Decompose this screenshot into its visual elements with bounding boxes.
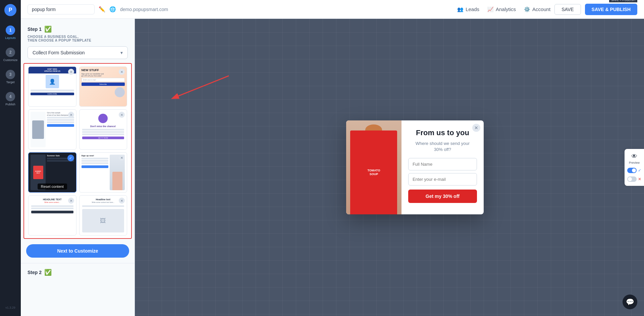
goal-dropdown[interactable]: Collect Form Submission ▾ bbox=[28, 46, 128, 59]
logo-letter: P bbox=[9, 7, 12, 13]
nav-links: 👥 Leads 📈 Analytics ⚙️ Account bbox=[457, 6, 550, 12]
dropdown-arrow-icon: ▾ bbox=[120, 50, 123, 55]
analytics-link[interactable]: 📈 Analytics bbox=[487, 6, 516, 12]
template-close-icon-7[interactable]: ✕ bbox=[68, 198, 74, 204]
step-2-circle: 2 bbox=[6, 48, 15, 57]
topbar: ✏️ 🌐 demo.popupsmart.com 👥 Leads 📈 Analy… bbox=[21, 0, 644, 19]
template-card-signup[interactable]: ✕ Sign up now! bbox=[79, 152, 127, 193]
template-close-icon-4[interactable]: ✕ bbox=[119, 112, 125, 118]
sidebar-item-layouts[interactable]: 1 Layouts bbox=[0, 23, 21, 42]
step-3-circle: 3 bbox=[6, 70, 15, 79]
template-card-pink[interactable]: ✕ NEW STUFF Sign up for our newsletter a… bbox=[79, 66, 127, 107]
preview-label: Preview bbox=[629, 161, 640, 164]
content-area: Step 1 ✅ CHOOSE A BUSINESS GOAL, THEN CH… bbox=[21, 19, 644, 316]
chat-icon: 💬 bbox=[626, 298, 634, 306]
toggle-1[interactable] bbox=[627, 168, 637, 173]
leads-link[interactable]: 👥 Leads bbox=[457, 6, 479, 12]
chat-widget-button[interactable]: 💬 bbox=[623, 295, 637, 309]
left-sidebar: P 1 Layouts 2 Customize 3 Target 4 Publi… bbox=[0, 0, 21, 316]
account-label: Account bbox=[532, 6, 550, 12]
logo-button[interactable]: P bbox=[4, 4, 16, 16]
toggle-2[interactable] bbox=[627, 176, 637, 182]
template-close-icon-2[interactable]: ✕ bbox=[119, 69, 125, 75]
popup-subtitle: Where should we send your30% off? bbox=[408, 141, 477, 153]
sidebar-item-customize[interactable]: 2 Customize bbox=[0, 45, 21, 64]
analytics-label: Analytics bbox=[496, 6, 516, 12]
template-close-icon-8[interactable]: ✕ bbox=[119, 198, 125, 204]
popup-modal: TOMATOSOUP ✕ From us to you Where should… bbox=[346, 120, 484, 214]
save-publish-wrapper: SAVE = PUBLISH SAVE & PUBLISH bbox=[585, 4, 637, 15]
toggle-row-1: ✓ bbox=[627, 168, 641, 173]
svg-line-1 bbox=[178, 76, 229, 96]
template-card-purple[interactable]: ✕ Don't miss the chance! GET IT NOW bbox=[79, 109, 127, 150]
popup-figure: TOMATOSOUP bbox=[350, 130, 397, 214]
template-card-headline-image[interactable]: ✕ Headline text Write some context text … bbox=[79, 195, 127, 235]
account-icon: ⚙️ bbox=[524, 6, 530, 12]
step2-title: Step 2 bbox=[28, 270, 42, 275]
popup-title: From us to you bbox=[408, 128, 477, 137]
goal-dropdown-value: Collect Form Submission bbox=[33, 50, 85, 55]
account-link[interactable]: ⚙️ Account bbox=[524, 6, 550, 12]
domain-text: demo.popupsmart.com bbox=[120, 7, 168, 12]
step2-check-icon: ✅ bbox=[44, 269, 52, 276]
step1-title: Step 1 bbox=[28, 27, 42, 32]
save-publish-button[interactable]: SAVE & PUBLISH bbox=[585, 4, 637, 15]
save-button[interactable]: SAVE bbox=[554, 4, 581, 15]
popup-fullname-input[interactable] bbox=[408, 158, 477, 170]
step1-subtitle: CHOOSE A BUSINESS GOAL, THEN CHOOSE A PO… bbox=[28, 35, 128, 42]
step-4-label: Publish bbox=[5, 103, 15, 106]
step-1-label: Layouts bbox=[5, 36, 16, 40]
sidebar-item-publish[interactable]: 4 Publish bbox=[0, 89, 21, 109]
version-label: v1.3.29 bbox=[5, 306, 15, 312]
globe-icon: 🌐 bbox=[109, 6, 116, 12]
x-icon: ✕ bbox=[638, 177, 641, 181]
template-close-icon-3[interactable]: ✕ bbox=[68, 112, 74, 118]
toggle-1-thumb bbox=[632, 168, 636, 172]
template-card-newsletter[interactable]: ✕ DON'T MISSUPDATES FROM US 👤 SUBSCRIBE bbox=[28, 66, 76, 107]
popup-email-input[interactable] bbox=[408, 173, 477, 186]
popup-close-button[interactable]: ✕ bbox=[472, 124, 480, 132]
popup-name-input[interactable] bbox=[28, 4, 95, 14]
step-2-label: Customize bbox=[3, 58, 18, 62]
leads-label: Leads bbox=[466, 6, 479, 12]
template-grid: ✕ DON'T MISSUPDATES FROM US 👤 SUBSCRIBE … bbox=[23, 63, 132, 239]
main-panel: ✏️ 🌐 demo.popupsmart.com 👥 Leads 📈 Analy… bbox=[21, 0, 644, 316]
eye-icon: 👁 bbox=[631, 153, 637, 160]
edit-icon[interactable]: ✏️ bbox=[99, 6, 105, 12]
template-card-dark[interactable]: ✓ Reset content SUMMERSALE Summer Sale bbox=[28, 152, 76, 193]
preview-panel: 👁 Preview ✓ ✕ bbox=[625, 149, 644, 186]
canvas: TOMATOSOUP ✕ From us to you Where should… bbox=[135, 19, 644, 316]
save-equals-publish-badge: SAVE = PUBLISH bbox=[609, 0, 637, 2]
template-card-stool[interactable]: ✕ Get a free sampleof one of our best sh… bbox=[28, 109, 76, 150]
popup-image-background: TOMATOSOUP bbox=[346, 120, 401, 214]
sidebar-item-target[interactable]: 3 Target bbox=[0, 67, 21, 87]
template-close-icon[interactable]: ✕ bbox=[68, 69, 74, 75]
step2-header: Step 2 ✅ bbox=[21, 263, 135, 279]
popup-image-side: TOMATOSOUP bbox=[346, 120, 401, 214]
step-1-circle: 1 bbox=[6, 25, 15, 35]
step-3-label: Target bbox=[6, 81, 14, 84]
template-close-icon-6[interactable]: ✕ bbox=[119, 155, 125, 161]
next-to-customize-button[interactable]: Next to Customize bbox=[26, 244, 129, 258]
analytics-icon: 📈 bbox=[487, 6, 494, 12]
template-selected-check: ✓ bbox=[67, 155, 74, 161]
side-panel-header: Step 1 ✅ CHOOSE A BUSINESS GOAL, THEN CH… bbox=[21, 19, 135, 63]
leads-icon: 👥 bbox=[457, 6, 464, 12]
popup-cta-button[interactable]: Get my 30% off bbox=[408, 190, 477, 203]
step-header: Step 1 ✅ bbox=[28, 25, 128, 33]
step1-check-icon: ✅ bbox=[44, 25, 52, 33]
toggle-2-thumb bbox=[628, 177, 632, 181]
template-card-headline[interactable]: ✕ HEADLINE TEXT Write some context... bbox=[28, 195, 76, 235]
step-4-circle: 4 bbox=[6, 92, 15, 101]
arrow-indicator bbox=[168, 72, 235, 106]
reset-content-tooltip[interactable]: Reset content bbox=[38, 183, 67, 190]
popup-model-text: TOMATOSOUP bbox=[367, 169, 380, 176]
popup-content-side: ✕ From us to you Where should we send yo… bbox=[401, 120, 484, 214]
checkmark-icon: ✓ bbox=[638, 168, 641, 173]
preview-button[interactable]: 👁 Preview bbox=[629, 153, 640, 164]
side-panel: Step 1 ✅ CHOOSE A BUSINESS GOAL, THEN CH… bbox=[21, 19, 135, 316]
step-navigation: 1 Layouts 2 Customize 3 Target 4 Publish bbox=[0, 23, 21, 109]
toggle-row-2: ✕ bbox=[627, 176, 641, 182]
